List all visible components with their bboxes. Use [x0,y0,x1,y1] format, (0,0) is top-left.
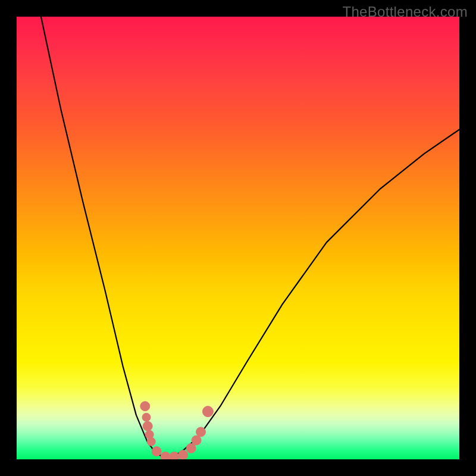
data-marker [192,436,201,445]
data-marker [178,450,188,459]
watermark-text: TheBottleneck.com [342,4,468,20]
data-marker [202,406,213,417]
curve-left-branch [41,17,165,458]
data-marker [147,437,155,446]
plot-area [17,17,459,459]
data-marker [140,402,150,411]
data-marker [161,452,170,460]
data-marker [143,421,152,431]
data-marker [170,452,179,460]
marker-group [140,402,214,459]
data-marker [152,447,161,456]
data-marker [186,443,196,453]
frame: TheBottleneck.com [0,0,476,476]
curve-svg [17,17,459,459]
data-marker [196,427,206,437]
data-marker [142,413,151,421]
